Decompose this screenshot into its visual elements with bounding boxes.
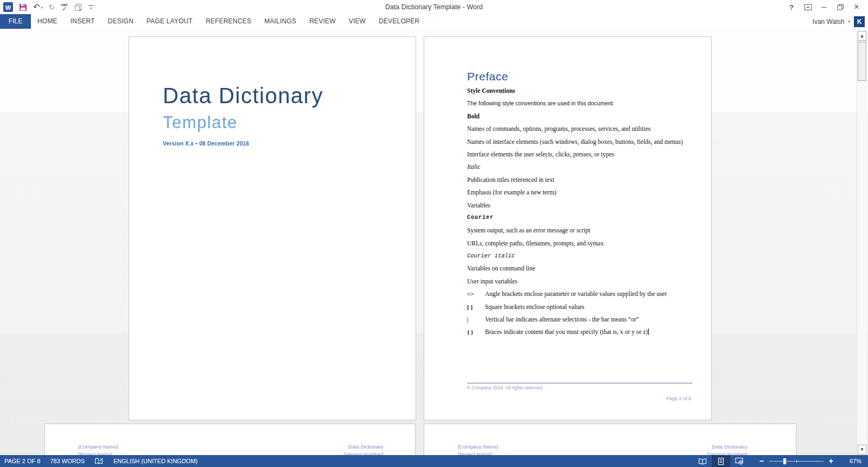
tab-home[interactable]: HOME: [31, 14, 64, 29]
tab-view[interactable]: VIEW: [342, 14, 372, 29]
zoom-slider-center-tick: [796, 460, 797, 463]
window-controls: ? ×: [783, 0, 865, 14]
symbol-row: [ ] Square brackets enclose optional val…: [467, 304, 695, 310]
read-mode-icon[interactable]: [693, 455, 712, 467]
tab-design[interactable]: DESIGN: [101, 14, 140, 29]
paragraph: Italic: [467, 163, 695, 170]
paragraph: URLs, complete paths, filenames, prompts…: [467, 240, 695, 247]
zoom-out-button[interactable]: −: [756, 457, 767, 465]
preface-heading: Preface: [467, 70, 695, 83]
ribbon-tab-row: FILE HOME INSERT DESIGN PAGE LAYOUT REFE…: [0, 14, 868, 29]
cover-version-line: Version X.x • 08 December 2016: [163, 141, 249, 147]
header-version: [Version Number]: [707, 451, 747, 456]
header-doc-title: Data Dictionary: [344, 443, 384, 451]
header-company: [Company Name]: [458, 443, 498, 451]
paragraph: Variables: [467, 202, 695, 209]
paragraph: Variables on command line: [467, 265, 695, 272]
user-name: Ivan Walsh: [813, 18, 845, 26]
web-layout-icon[interactable]: [730, 455, 749, 467]
header-project: [Project Name]: [78, 451, 118, 456]
paragraph: Names of interface elements (such window…: [467, 138, 695, 145]
tab-insert[interactable]: INSERT: [64, 14, 101, 29]
header-doc-title: Data Dictionary: [707, 443, 747, 451]
language-indicator[interactable]: ENGLISH (UNITED KINGDOM): [113, 458, 197, 464]
footer-page-number: Page 2 of 8: [666, 396, 691, 401]
symbol-row: | Vertical bar indicates alternate selec…: [467, 316, 695, 323]
word-window: W ↶▾ ↻ ABC✓ ▾ Data Dictionary Template -…: [0, 0, 868, 467]
paragraph: Courier italic: [467, 253, 695, 259]
paragraph: System output, such as an error message …: [467, 227, 695, 234]
status-bar: PAGE 2 OF 8 783 WORDS ENGLISH (UNITED KI…: [0, 455, 868, 467]
document-canvas: Data Dictionary Template Version X.x • 0…: [0, 29, 868, 455]
account-menu[interactable]: Ivan Walsh ▾ K: [813, 14, 868, 29]
page-header: [Company Name] [Project Name] Data Dicti…: [45, 424, 415, 455]
minimize-icon[interactable]: [816, 1, 832, 13]
symbol-row: { } Braces indicate content that you mus…: [467, 329, 695, 335]
zoom-level[interactable]: 67%: [842, 458, 861, 464]
tab-developer[interactable]: DEVELOPER: [372, 14, 426, 29]
title-bar: W ↶▾ ↻ ABC✓ ▾ Data Dictionary Template -…: [0, 0, 868, 14]
quick-access-toolbar: W ↶▾ ↻ ABC✓ ▾: [3, 1, 93, 14]
header-version: [Version Number]: [344, 451, 384, 456]
header-project: [Project Name]: [458, 451, 498, 456]
proofing-errors-icon[interactable]: [94, 458, 104, 465]
zoom-slider[interactable]: [769, 461, 824, 462]
undo-icon[interactable]: ↶▾: [33, 3, 43, 11]
paragraph: Emphasis (for example a new term): [467, 189, 695, 195]
tab-file[interactable]: FILE: [0, 14, 31, 29]
tab-mailings[interactable]: MAILINGS: [258, 14, 303, 29]
paragraph: Courier: [467, 214, 695, 221]
cover-title: Data Dictionary: [163, 84, 323, 108]
page-3-partial[interactable]: [Company Name] [Project Name] Data Dicti…: [44, 424, 416, 455]
word-logo-icon[interactable]: W: [3, 2, 13, 12]
paragraph: Style Conventions: [467, 87, 695, 94]
help-icon[interactable]: ?: [783, 1, 800, 13]
document-arrow-icon[interactable]: [74, 3, 82, 11]
paragraph: Interface elements the user selects, cli…: [467, 151, 695, 157]
tab-page-layout[interactable]: PAGE LAYOUT: [140, 14, 199, 29]
avatar[interactable]: K: [854, 16, 865, 27]
tab-references[interactable]: REFERENCES: [199, 14, 258, 29]
scroll-down-icon[interactable]: ▼: [858, 445, 866, 455]
restore-icon[interactable]: [832, 1, 848, 13]
spelling-grammar-icon[interactable]: ABC✓: [61, 3, 68, 11]
page-indicator[interactable]: PAGE 2 OF 8: [4, 458, 40, 464]
vertical-scrollbar[interactable]: ▲ ▼: [857, 29, 867, 455]
paragraph: Bold: [467, 113, 695, 119]
zoom-in-button[interactable]: +: [826, 457, 837, 465]
close-icon[interactable]: ×: [848, 1, 865, 13]
page-4-partial[interactable]: [Company Name] [Project Name] Data Dicti…: [424, 424, 796, 455]
customize-qat-icon[interactable]: ▾: [88, 5, 93, 9]
scrollbar-thumb[interactable]: [858, 42, 866, 81]
chevron-down-icon: ▾: [848, 20, 850, 24]
cover-subtitle: Template: [163, 113, 238, 132]
footer-rule: [467, 383, 692, 383]
tab-review[interactable]: REVIEW: [303, 14, 342, 29]
save-icon[interactable]: [19, 3, 27, 11]
footer-copyright: © Company 2016. All rights reserved.: [467, 385, 544, 390]
ribbon-display-options-icon[interactable]: [800, 1, 816, 13]
paragraph: Names of commands, options, programs, pr…: [467, 125, 695, 132]
header-company: [Company Name]: [78, 443, 118, 451]
word-count[interactable]: 783 WORDS: [50, 458, 85, 464]
text-cursor: [648, 329, 649, 335]
page-2-preface[interactable]: Preface Style Conventions The following …: [424, 36, 712, 420]
paragraph: The following style conventions are used…: [467, 100, 695, 106]
zoom-slider-thumb[interactable]: [783, 458, 786, 464]
page-1-cover[interactable]: Data Dictionary Template Version X.x • 0…: [129, 36, 416, 420]
symbol-row: <> Angle brackets enclose parameter or v…: [467, 291, 695, 297]
redo-icon[interactable]: ↻: [49, 3, 55, 11]
paragraph: User input variables: [467, 278, 695, 285]
scroll-up-icon[interactable]: ▲: [858, 31, 866, 41]
window-title: Data Dictionary Template - Word: [163, 0, 705, 14]
print-layout-icon[interactable]: [712, 455, 730, 467]
page-header: [Company Name] [Project Name] Data Dicti…: [424, 424, 796, 455]
paragraph: Publication titles referenced in text: [467, 176, 695, 183]
svg-text:W: W: [5, 4, 11, 11]
